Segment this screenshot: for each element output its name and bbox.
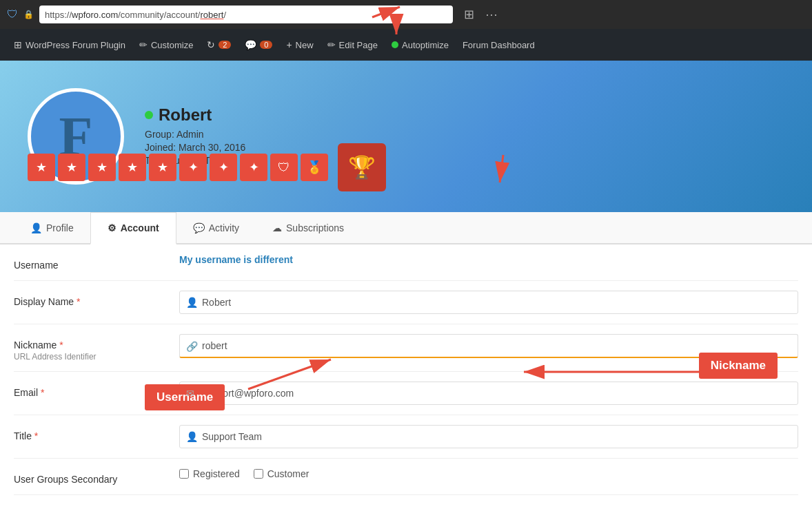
updates-icon: ↻ — [207, 39, 215, 50]
tab-subscriptions[interactable]: ☁ Subscriptions — [256, 212, 361, 244]
tab-account[interactable]: ⚙ Account — [90, 212, 176, 244]
toolbar-edit-page[interactable]: ✏ Edit Page — [322, 29, 383, 61]
toolbar-autoptimize-label: Autoptimize — [402, 40, 449, 50]
activity-tab-label: Activity — [209, 222, 239, 233]
tab-profile[interactable]: 👤 Profile — [14, 212, 90, 244]
display-name-row: Display Name * 👤 — [14, 281, 798, 324]
address-bar[interactable]: https://wpforo.com/community/account/rob… — [39, 6, 453, 23]
url-text: https://wpforo.com/community/account/rob… — [45, 10, 226, 20]
autoptimize-dot — [392, 41, 398, 48]
registered-label: Registered — [193, 468, 240, 479]
online-indicator — [145, 111, 153, 119]
customer-label: Customer — [267, 468, 309, 479]
title-required: * — [34, 430, 38, 441]
badge-hex-1: ✦ — [179, 154, 207, 181]
nickname-input[interactable] — [179, 334, 798, 358]
profile-username-row: Robert — [145, 105, 245, 125]
email-row: Email * ✉ — [14, 372, 798, 415]
email-label: Email * — [14, 382, 165, 398]
trophy-button[interactable]: 🏆 — [338, 143, 386, 191]
display-name-input-wrap: 👤 — [179, 291, 798, 314]
display-name-field-container: 👤 — [179, 291, 798, 314]
badge-star-4: ★ — [119, 154, 146, 181]
username-label: Username — [14, 254, 165, 271]
email-input[interactable] — [179, 382, 798, 405]
profile-tab-icon: 👤 — [30, 222, 42, 233]
account-form: Username My username is different Displa… — [0, 244, 812, 509]
display-name-icon: 👤 — [186, 297, 198, 308]
tab-activity[interactable]: 💬 Activity — [176, 212, 256, 244]
username-row: Username My username is different — [14, 244, 798, 281]
email-icon: ✉ — [186, 388, 194, 399]
nickname-field-container: 🔗 — [179, 334, 798, 358]
title-input-wrap: 👤 — [179, 425, 798, 448]
badge-shield: 🛡 — [270, 154, 298, 181]
subscriptions-tab-icon: ☁ — [272, 222, 282, 233]
nickname-input-wrap: 🔗 — [179, 334, 798, 358]
toolbar-autoptimize[interactable]: Autoptimize — [386, 29, 454, 61]
toolbar-customize[interactable]: ✏ Customize — [134, 29, 199, 61]
profile-group: Group: Admin — [145, 129, 245, 140]
badge-star-5: ★ — [149, 154, 176, 181]
toolbar-edit-label: Edit Page — [339, 40, 378, 50]
toolbar-wp-plugin[interactable]: ⊞ WordPress Forum Plugin — [8, 29, 131, 61]
display-name-input[interactable] — [179, 291, 798, 314]
user-groups-checkboxes: Registered Customer — [179, 468, 798, 479]
username-value-wrap: My username is different — [179, 254, 798, 265]
badge-hex-2: ✦ — [210, 154, 237, 181]
new-icon: + — [286, 39, 292, 50]
display-name-required: * — [77, 296, 80, 307]
badges-row: ★ ★ ★ ★ ★ ✦ ✦ ✦ 🛡 🏅 🏆 — [28, 143, 386, 191]
title-row: Title * 👤 — [14, 415, 798, 459]
more-options-icon[interactable]: ⋯ — [485, 7, 498, 22]
title-label: Title * — [14, 425, 165, 441]
admin-toolbar: ⊞ WordPress Forum Plugin ✏ Customize ↻ 2… — [0, 29, 812, 61]
registered-checkbox[interactable] — [179, 469, 189, 479]
toolbar-forum-dashboard[interactable]: Forum Dashboard — [457, 29, 540, 61]
user-groups-label: User Groups Secondary — [14, 468, 165, 485]
nickname-sublabel: URL Address Identifier — [14, 352, 165, 362]
lock-icon: 🔒 — [23, 10, 34, 19]
nickname-icon: 🔗 — [186, 341, 198, 352]
display-name-label: Display Name * — [14, 291, 165, 307]
nickname-label: Nickname * URL Address Identifier — [14, 334, 165, 362]
toolbar-wp-label: WordPress Forum Plugin — [26, 40, 125, 50]
toolbar-new-label: New — [296, 40, 314, 50]
nickname-row: Nickname * URL Address Identifier 🔗 — [14, 324, 798, 372]
comments-badge: 0 — [260, 41, 272, 49]
comments-icon: 💬 — [245, 39, 256, 50]
badge-star-3: ★ — [88, 154, 116, 181]
badge-medal: 🏅 — [301, 154, 328, 181]
email-field-container: ✉ — [179, 382, 798, 405]
subscriptions-tab-label: Subscriptions — [286, 222, 344, 233]
profile-username: Robert — [159, 105, 212, 125]
account-tab-label: Account — [121, 222, 159, 233]
customer-checkbox[interactable] — [254, 469, 263, 479]
badge-hex-3: ✦ — [240, 154, 267, 181]
edit-page-icon: ✏ — [327, 39, 336, 50]
toolbar-customize-label: Customize — [151, 40, 193, 50]
user-groups-wrap: Registered Customer — [179, 468, 798, 479]
title-icon: 👤 — [186, 431, 198, 442]
tabs-bar: 👤 Profile ⚙ Account 💬 Activity ☁ Subscri… — [0, 212, 812, 244]
user-groups-row: User Groups Secondary Registered Custome… — [14, 459, 798, 495]
toolbar-comments[interactable]: 💬 0 — [239, 29, 278, 61]
activity-tab-icon: 💬 — [193, 222, 205, 233]
email-required: * — [41, 387, 44, 398]
customize-icon: ✏ — [139, 39, 148, 50]
profile-tab-label: Profile — [46, 222, 74, 233]
toolbar-new[interactable]: + New — [281, 29, 318, 61]
updates-badge: 2 — [219, 41, 231, 49]
bitwarden-icon: 🛡 — [7, 8, 18, 21]
username-link[interactable]: My username is different — [179, 254, 293, 265]
title-input[interactable] — [179, 425, 798, 448]
profile-header: F Robert Group: Admin Joined: March 30, … — [0, 61, 812, 212]
registered-checkbox-item[interactable]: Registered — [179, 468, 240, 479]
nickname-required: * — [59, 340, 63, 351]
toolbar-updates[interactable]: ↻ 2 — [201, 29, 236, 61]
reader-icon[interactable]: ⊞ — [464, 7, 474, 22]
wp-icon: ⊞ — [14, 39, 22, 50]
badge-star-2: ★ — [58, 154, 85, 181]
badge-star-1: ★ — [28, 154, 55, 181]
customer-checkbox-item[interactable]: Customer — [254, 468, 309, 479]
